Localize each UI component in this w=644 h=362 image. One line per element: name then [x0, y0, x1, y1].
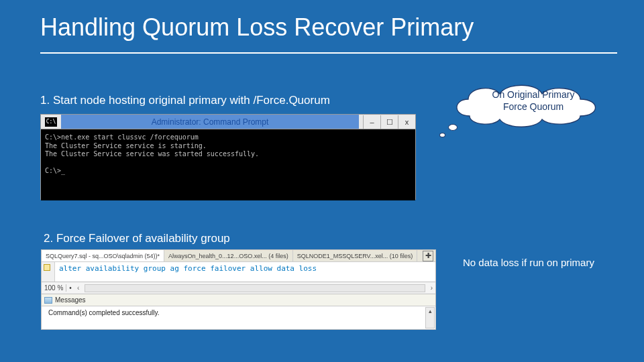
title-underline: [40, 52, 617, 54]
ssms-vscroll[interactable]: ▴: [425, 307, 435, 328]
ssms-line-marker-icon: [44, 264, 50, 271]
minimize-button[interactable]: –: [363, 115, 380, 129]
ssms-window: SQLQuery7.sql - sq...OSO\sqladmin (54))*…: [41, 249, 436, 330]
cmd-window-buttons: – ☐ x: [363, 115, 415, 129]
ssms-editor[interactable]: alter availability group ag force failov…: [42, 262, 435, 282]
ssms-vscroll-up-icon[interactable]: ▴: [429, 308, 432, 314]
cmd-titlebar: C:\ Administrator: Command Prompt – ☐ x: [41, 115, 415, 129]
cmd-body[interactable]: C:\>net.exe start clussvc /forcequorum T…: [41, 129, 415, 200]
ssms-tab-health[interactable]: AlwaysOn_health_0...12...OSO.xel... (4 f…: [164, 250, 293, 261]
close-button[interactable]: x: [398, 115, 415, 129]
ssms-messages-tab[interactable]: Messages: [42, 294, 435, 306]
ssms-zoom-level[interactable]: 100 %: [42, 284, 66, 292]
ssms-messages-tab-label: Messages: [55, 296, 86, 304]
cloud-line1: On Original Primary: [492, 89, 575, 100]
ssms-new-tab-button[interactable]: ✚: [423, 251, 433, 261]
ssms-hscroll-right[interactable]: ›: [428, 284, 435, 292]
maximize-button[interactable]: ☐: [380, 115, 398, 129]
ssms-zoombar: 100 % • ‹ ›: [42, 282, 435, 294]
ssms-messages-text: Command(s) completed successfully.: [48, 309, 159, 316]
command-prompt-window: C:\ Administrator: Command Prompt – ☐ x …: [40, 114, 416, 200]
slide-title: Handling Quorum Loss Recover Primary: [40, 13, 474, 42]
cmd-window-title: Administrator: Command Prompt: [61, 115, 359, 129]
cloud-bubble-icon: [448, 124, 458, 131]
ssms-tab-query[interactable]: SQLQuery7.sql - sq...OSO\sqladmin (54))*: [42, 250, 164, 261]
cloud-bubble-icon: [439, 133, 445, 137]
note-no-data-loss: No data loss if run on primary: [463, 257, 594, 268]
step2-label: 2. Force Failover of availability group: [44, 232, 230, 245]
ssms-gutter: [42, 262, 55, 282]
ssms-hscroll-track[interactable]: [85, 284, 425, 292]
ssms-messages-body: Command(s) completed successfully. ▴: [42, 306, 435, 329]
messages-icon: [44, 297, 52, 304]
ssms-query-text[interactable]: alter availability group ag force failov…: [55, 262, 435, 282]
ssms-zoom-bullet: •: [66, 284, 74, 292]
cmd-icon: C:\: [45, 117, 57, 127]
ssms-tabbar: SQLQuery7.sql - sq...OSO\sqladmin (54))*…: [42, 250, 435, 262]
cloud-callout-text: On Original Primary Force Quorum: [470, 89, 597, 113]
ssms-hscroll-left[interactable]: ‹: [74, 284, 82, 292]
ssms-tab-node[interactable]: SQLNODE1_MSSQLSERV...xel... (10 files): [293, 250, 418, 261]
step1-label: 1. Start node hosting original primary w…: [40, 94, 330, 107]
cloud-line2: Force Quorum: [503, 101, 564, 112]
